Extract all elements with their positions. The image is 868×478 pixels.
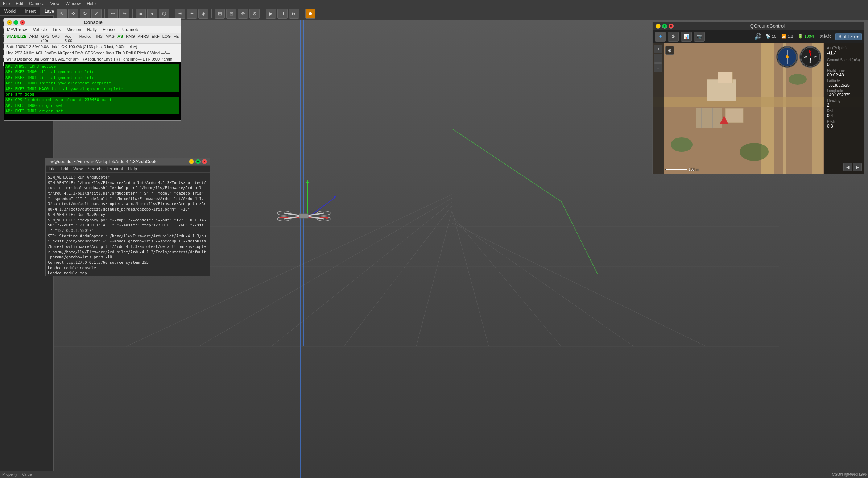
fly-left-btn[interactable]: ✈ (654, 45, 662, 53)
value-col: Value (20, 471, 34, 478)
terminal-menu-file[interactable]: File (49, 166, 55, 171)
sphere-btn[interactable]: ● (147, 9, 157, 19)
play-btn[interactable]: ▶ (266, 9, 276, 19)
point-light-btn[interactable]: ☀ (175, 9, 185, 19)
sep6 (302, 9, 302, 18)
qgc-map[interactable]: ✈ ↑ ↓ N S W E (653, 43, 864, 174)
svg-point-44 (740, 143, 769, 161)
step-btn[interactable]: ⏭ (289, 9, 299, 19)
pitch-row: Pitch 0.3 (827, 120, 861, 129)
console-menu-mission[interactable]: Mission (67, 27, 82, 32)
menu-view[interactable]: View (50, 1, 60, 6)
terminal-menu-help[interactable]: Help (128, 166, 137, 171)
qgc-close-btn[interactable]: × (669, 24, 674, 29)
zoom-in-btn[interactable]: ◀ (843, 163, 852, 171)
photo-btn[interactable]: 📷 (694, 32, 705, 42)
qgc-title: QGroundControl (674, 23, 861, 29)
record-btn[interactable]: ⏺ (305, 9, 315, 19)
terminal-window-controls: − + × (189, 159, 207, 164)
rotate-tool-btn[interactable]: ↻ (80, 9, 90, 19)
tab-insert[interactable]: Insert (20, 7, 40, 15)
terminal-menu-terminal[interactable]: Terminal (107, 166, 123, 171)
svg-line-5 (416, 209, 452, 346)
inertia-btn[interactable]: ⊗ (249, 9, 260, 19)
down-btn[interactable]: ↓ (654, 63, 662, 72)
menu-window[interactable]: Window (66, 1, 81, 6)
menu-file[interactable]: File (3, 1, 10, 6)
box-btn[interactable]: ■ (136, 9, 146, 19)
map-nav-buttons: ◀ ▶ (843, 163, 862, 171)
log-status: LOG (162, 34, 171, 43)
console-menu-rally[interactable]: Rally (87, 27, 97, 32)
console-menu-link[interactable]: Link (53, 27, 61, 32)
sep5 (263, 9, 263, 18)
console-line: AP: EKF3 IMU1 MAG0 initial yaw alignment… (5, 86, 179, 92)
console-menu: MAVProxy Vehicle Link Mission Rally Fenc… (4, 26, 181, 33)
telemetry-indicator: 未抱险 (820, 34, 832, 39)
console-line: pre-arm good (5, 92, 179, 97)
mode-btn[interactable]: Stabilize ▾ (835, 33, 862, 40)
close-btn[interactable]: × (20, 20, 25, 25)
console-output[interactable]: AP: AHRS: EKF3 active AP: EKF3 IMU0 tilt… (4, 62, 181, 120)
console-menu-fence[interactable]: Fence (103, 27, 115, 32)
console-line: AP: EKF3 IMU0 origin set (5, 103, 179, 108)
compass-indicator: N S W E (799, 46, 821, 68)
qgc-maximize-btn[interactable]: + (662, 24, 667, 29)
undo-btn[interactable]: ↩ (108, 9, 118, 19)
translate-tool-btn[interactable]: ✛ (68, 9, 78, 19)
terminal-menu: File Edit View Search Terminal Help (46, 166, 210, 173)
rng-status: RNG (126, 34, 135, 43)
menu-help[interactable]: Help (87, 1, 96, 6)
spot-light-btn[interactable]: ◈ (198, 9, 208, 19)
console-nav-bar: Hdg 2/63 Alt 0m AGL 0m/0m AirSpeed 0m/s … (4, 50, 181, 56)
longitude-row: Longitude 149.1652379 (827, 89, 861, 97)
fly-btn[interactable]: ✈ (655, 32, 666, 42)
console-menu-parameter[interactable]: Parameter (120, 27, 141, 32)
speaker-icon[interactable]: 🔊 (753, 33, 762, 40)
roll-label: Roll (827, 109, 861, 113)
longitude-label: Longitude (827, 89, 861, 93)
directional-light-btn[interactable]: ✦ (187, 9, 197, 19)
map-settings-btn[interactable]: ⚙ (665, 46, 674, 55)
longitude-value: 149.1652379 (827, 93, 861, 97)
collision-btn[interactable]: ⊟ (226, 9, 236, 19)
minimize-btn[interactable]: − (7, 20, 12, 25)
terminal-minimize-btn[interactable]: − (189, 159, 194, 164)
terminal-maximize-btn[interactable]: + (195, 159, 201, 164)
compass-area: N S W E (776, 46, 821, 68)
menu-edit[interactable]: Edit (16, 1, 23, 6)
roll-value: 0.4 (827, 113, 861, 118)
cursor-tool-btn[interactable]: ↖ (57, 9, 67, 19)
tab-world[interactable]: World (0, 7, 20, 15)
menu-camera[interactable]: Camera (29, 1, 45, 6)
terminal-output[interactable]: SIM_VEHICLE: Run ArduCopter SIM_VEHICLE:… (46, 173, 210, 276)
cylinder-btn[interactable]: ⬡ (159, 9, 169, 19)
qgc-minimize-btn[interactable]: − (656, 24, 661, 29)
console-menu-vehicle[interactable]: Vehicle (33, 27, 47, 32)
signal-a: 📡 10 (766, 34, 776, 39)
nav-info-text: Hdg 2/63 Alt 0m AGL 0m/0m AirSpeed 0m/s … (6, 51, 170, 55)
pause-btn[interactable]: ⏸ (277, 9, 288, 19)
wireframe-btn[interactable]: ⊞ (215, 9, 225, 19)
analyze-btn[interactable]: 📊 (681, 32, 692, 42)
svg-line-3 (271, 201, 452, 346)
maximize-btn[interactable]: + (13, 20, 18, 25)
svg-line-9 (452, 223, 706, 346)
scale-label: 100 m (689, 167, 699, 171)
terminal-menu-search[interactable]: Search (88, 166, 102, 171)
qgc-toolbar: ✈ ⚙ 📊 📷 🔊 📡 10 📶 1.2 🔋 100% 未抱险 Stabiliz… (653, 30, 864, 43)
zoom-out-btn[interactable]: ▶ (853, 163, 862, 171)
terminal-close-btn[interactable]: × (202, 159, 207, 164)
joints-btn[interactable]: ⊕ (238, 9, 248, 19)
scale-tool-btn[interactable]: ⤢ (91, 9, 102, 19)
plan-btn[interactable]: ⚙ (668, 32, 679, 42)
svg-rect-29 (299, 214, 308, 218)
ground-speed-label: Ground Speed (m/s) (827, 58, 861, 62)
redo-btn[interactable]: ↪ (119, 9, 129, 19)
terminal-menu-edit[interactable]: Edit (61, 166, 68, 171)
heading-label: Heading (827, 99, 861, 103)
console-menu-mavproxy[interactable]: MAVProxy (7, 27, 27, 32)
terminal-menu-view[interactable]: View (73, 166, 83, 171)
up-btn[interactable]: ↑ (654, 54, 662, 63)
svg-line-6 (452, 212, 489, 346)
